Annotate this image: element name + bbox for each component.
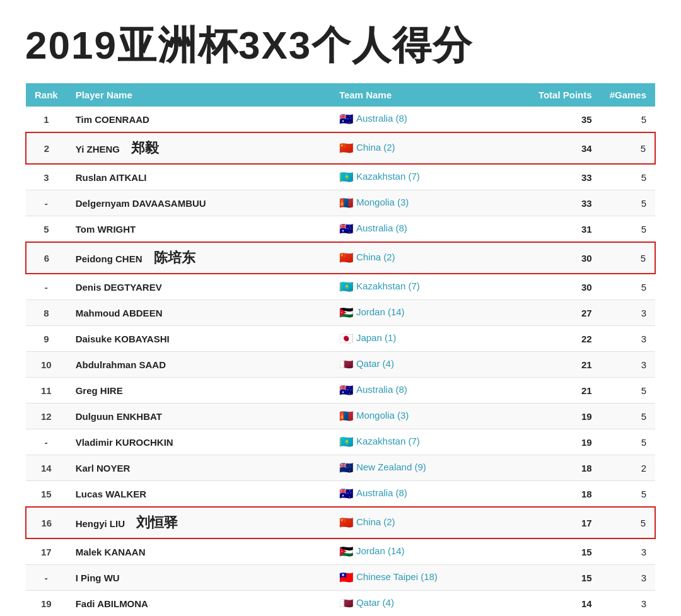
cell-rank: 15	[26, 481, 67, 508]
team-name-text: Kazakhstan (7)	[356, 171, 420, 182]
cell-total-points: 18	[519, 481, 601, 508]
cell-total-points: 35	[519, 107, 601, 132]
table-row: 6Peidong CHEN陈培东🇨🇳China (2)305	[26, 242, 655, 274]
cell-player-name: Mahmoud ABDEEN	[67, 300, 330, 326]
player-name-text: Ruslan AITKALI	[76, 172, 147, 183]
team-name-text: Jordan (14)	[356, 306, 405, 317]
cell-games: 5	[601, 216, 655, 243]
cell-games: 5	[601, 507, 655, 538]
cell-team-name: 🇶🇦Qatar (4)	[330, 591, 519, 617]
cell-player-name: Vladimir KUROCHKIN	[67, 429, 330, 455]
cell-player-name: I Ping WU	[67, 565, 330, 591]
cell-team-name: 🇹🇼Chinese Taipei (18)	[330, 565, 519, 591]
flag-icon: 🇨🇳	[339, 252, 353, 264]
flag-icon: 🇲🇳	[339, 410, 353, 422]
cell-team-name: 🇯🇵Japan (1)	[330, 326, 519, 352]
cell-total-points: 17	[519, 507, 601, 538]
cell-total-points: 33	[519, 190, 601, 216]
cell-rank: -	[26, 274, 67, 300]
cell-games: 5	[601, 481, 655, 508]
team-name-text: Kazakhstan (7)	[356, 436, 420, 446]
flag-icon: 🇰🇿	[339, 171, 353, 183]
cell-rank: 9	[26, 326, 67, 352]
cell-player-name: Tim COENRAAD	[67, 107, 330, 132]
player-chinese-name: 陈培东	[154, 250, 195, 265]
team-name-text: Australia (8)	[356, 113, 407, 124]
header-rank: Rank	[26, 83, 67, 107]
cell-total-points: 21	[519, 378, 601, 404]
cell-games: 3	[601, 300, 655, 326]
cell-rank: -	[26, 565, 67, 591]
table-row: 1Tim COENRAAD🇦🇺Australia (8)355	[26, 107, 655, 132]
cell-total-points: 18	[519, 455, 601, 481]
team-name-text: China (2)	[356, 142, 395, 153]
cell-games: 5	[601, 404, 655, 429]
table-row: 8Mahmoud ABDEEN🇯🇴Jordan (14)273	[26, 300, 655, 326]
cell-total-points: 33	[519, 164, 601, 190]
cell-player-name: Tom WRIGHT	[67, 216, 330, 243]
team-name-text: Kazakhstan (7)	[356, 281, 420, 291]
cell-team-name: 🇰🇿Kazakhstan (7)	[330, 274, 519, 300]
cell-player-name: Delgernyam DAVAASAMBUU	[67, 190, 330, 216]
team-name-text: China (2)	[356, 516, 395, 527]
cell-rank: 10	[26, 352, 67, 378]
team-name-text: Australia (8)	[356, 223, 407, 233]
header-total-points: Total Points	[519, 83, 601, 107]
flag-icon: 🇨🇳	[339, 142, 353, 154]
team-name-text: Australia (8)	[356, 487, 407, 498]
cell-games: 5	[601, 190, 655, 216]
team-name-text: China (2)	[356, 252, 395, 262]
cell-player-name: Greg HIRE	[67, 378, 330, 404]
flag-icon: 🇨🇳	[339, 516, 353, 529]
cell-team-name: 🇨🇳China (2)	[330, 132, 519, 164]
scores-table: Rank Player Name Team Name Total Points …	[25, 83, 656, 616]
table-row: 16Hengyi LIU刘恒驿🇨🇳China (2)175	[26, 507, 655, 538]
player-name-text: Denis DEGTYAREV	[76, 282, 162, 293]
cell-games: 3	[601, 591, 655, 617]
team-name-text: Australia (8)	[356, 384, 407, 395]
table-row: 14Karl NOYER🇳🇿New Zealand (9)182	[26, 455, 655, 481]
cell-games: 3	[601, 326, 655, 352]
cell-rank: 16	[26, 507, 67, 538]
cell-team-name: 🇳🇿New Zealand (9)	[330, 455, 519, 481]
cell-games: 3	[601, 352, 655, 378]
player-name-text: Mahmoud ABDEEN	[76, 308, 163, 318]
flag-icon: 🇶🇦	[339, 358, 353, 371]
cell-games: 2	[601, 455, 655, 481]
player-name-text: Greg HIRE	[76, 385, 123, 396]
flag-icon: 🇶🇦	[339, 597, 353, 610]
cell-rank: -	[26, 190, 67, 216]
cell-team-name: 🇨🇳China (2)	[330, 242, 519, 274]
cell-total-points: 22	[519, 326, 601, 352]
cell-rank: 11	[26, 378, 67, 404]
cell-player-name: Peidong CHEN陈培东	[67, 242, 330, 274]
player-name-text: Hengyi LIU	[76, 518, 125, 529]
cell-total-points: 30	[519, 242, 601, 274]
player-chinese-name: 刘恒驿	[136, 514, 178, 530]
flag-icon: 🇯🇵	[339, 332, 353, 345]
cell-player-name: Hengyi LIU刘恒驿	[67, 507, 330, 538]
flag-icon: 🇰🇿	[339, 281, 353, 293]
table-row: -Denis DEGTYAREV🇰🇿Kazakhstan (7)305	[26, 274, 655, 300]
cell-player-name: Karl NOYER	[67, 455, 330, 481]
cell-team-name: 🇰🇿Kazakhstan (7)	[330, 164, 519, 190]
table-row: -Delgernyam DAVAASAMBUU🇲🇳Mongolia (3)335	[26, 190, 655, 216]
cell-team-name: 🇯🇴Jordan (14)	[330, 538, 519, 565]
team-name-text: Qatar (4)	[356, 597, 394, 608]
cell-player-name: Yi ZHENG郑毅	[67, 132, 330, 164]
cell-rank: 8	[26, 300, 67, 326]
cell-rank: 12	[26, 404, 67, 429]
cell-rank: 6	[26, 242, 67, 274]
header-player-name: Player Name	[67, 83, 330, 107]
player-name-text: Vladimir KUROCHKIN	[76, 437, 173, 448]
flag-icon: 🇦🇺	[339, 113, 353, 125]
cell-games: 3	[601, 538, 655, 565]
player-name-text: Yi ZHENG	[76, 144, 120, 154]
cell-player-name: Lucas WALKER	[67, 481, 330, 508]
flag-icon: 🇯🇴	[339, 545, 353, 558]
cell-games: 5	[601, 107, 655, 132]
cell-games: 5	[601, 132, 655, 164]
table-row: 17Malek KANAAN🇯🇴Jordan (14)153	[26, 538, 655, 565]
header-team-name: Team Name	[330, 83, 519, 107]
cell-games: 3	[601, 565, 655, 591]
